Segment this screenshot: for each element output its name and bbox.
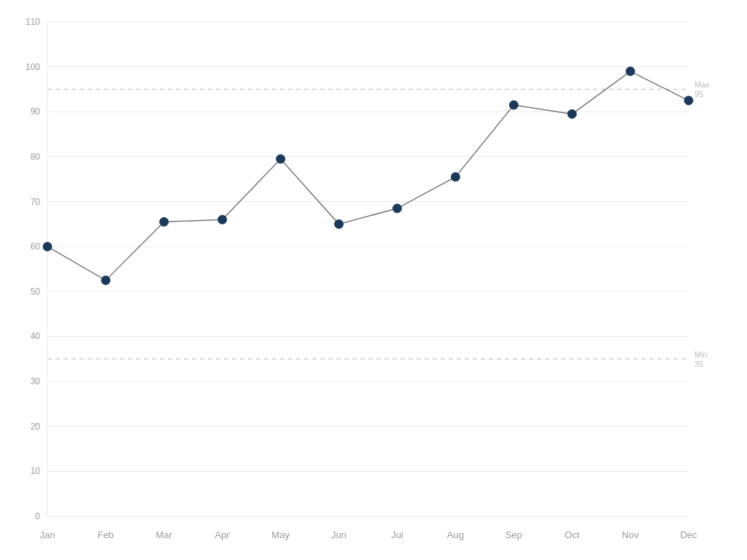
svg-text:Sep: Sep (506, 529, 522, 540)
svg-point-51 (509, 101, 518, 109)
svg-text:60: 60 (31, 241, 41, 252)
line-chart: 0102030405060708090100110Max95Min35JanFe… (0, 0, 747, 560)
svg-text:Oct: Oct (565, 529, 580, 540)
svg-text:30: 30 (31, 376, 41, 386)
svg-point-50 (451, 173, 460, 182)
svg-text:Feb: Feb (98, 529, 114, 540)
svg-text:50: 50 (31, 287, 41, 297)
svg-text:May: May (271, 529, 290, 540)
svg-point-48 (335, 219, 344, 228)
chart-container: 0102030405060708090100110Max95Min35JanFe… (0, 0, 747, 560)
svg-point-45 (160, 217, 169, 226)
svg-text:Dec: Dec (680, 529, 697, 540)
svg-text:80: 80 (31, 152, 41, 162)
svg-text:110: 110 (26, 17, 40, 27)
svg-text:95: 95 (694, 90, 703, 98)
svg-point-46 (218, 215, 227, 224)
svg-point-52 (568, 109, 576, 118)
svg-text:70: 70 (31, 197, 41, 207)
svg-point-43 (43, 242, 52, 251)
svg-text:Mar: Mar (156, 529, 173, 540)
svg-point-49 (392, 204, 401, 213)
svg-text:35: 35 (694, 359, 703, 368)
svg-text:Jan: Jan (40, 529, 55, 540)
svg-text:Aug: Aug (447, 529, 464, 540)
svg-point-53 (626, 67, 635, 76)
svg-text:Jun: Jun (331, 529, 347, 540)
svg-text:Apr: Apr (215, 529, 231, 540)
svg-text:20: 20 (31, 421, 41, 432)
svg-text:Min: Min (694, 350, 708, 359)
svg-text:90: 90 (31, 106, 41, 117)
svg-point-54 (684, 96, 693, 105)
svg-text:0: 0 (35, 511, 40, 521)
svg-text:Max: Max (694, 80, 710, 89)
svg-point-44 (101, 276, 110, 284)
svg-point-47 (276, 155, 285, 163)
svg-text:Jul: Jul (391, 529, 403, 540)
svg-text:Nov: Nov (622, 529, 640, 540)
svg-text:40: 40 (31, 331, 41, 341)
svg-text:10: 10 (31, 466, 41, 476)
svg-text:100: 100 (26, 62, 40, 72)
